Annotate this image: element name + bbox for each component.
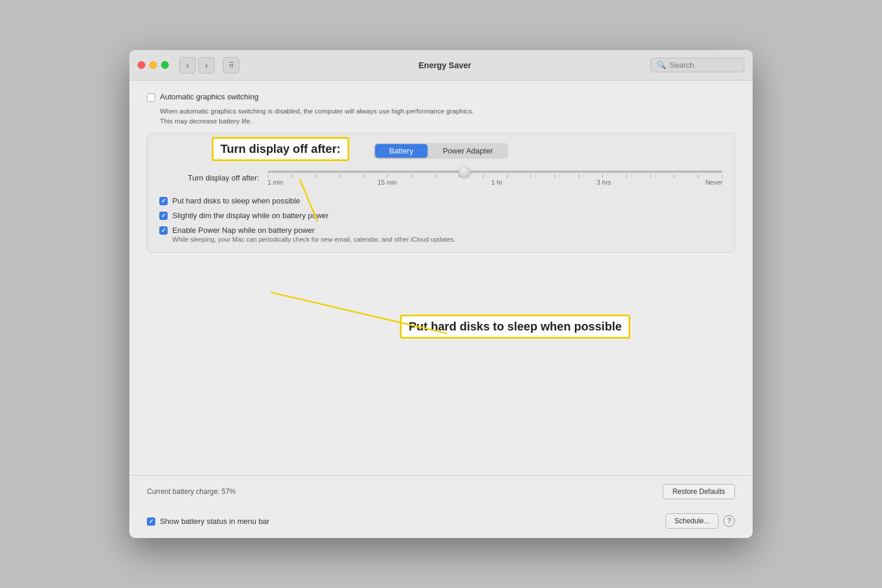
nav-buttons: ‹ › xyxy=(179,57,215,74)
segment-wrapper: Battery Power Adapter xyxy=(374,143,508,159)
slider-row: Turn display off after: 1 min 15 m xyxy=(159,171,723,186)
dim-display-checkbox[interactable] xyxy=(159,212,168,220)
power-nap-row: Enable Power Nap while on battery power … xyxy=(159,226,723,243)
grid-button[interactable]: ⠿ xyxy=(223,57,239,74)
schedule-button[interactable]: Schedule... xyxy=(666,513,719,529)
back-button[interactable]: ‹ xyxy=(179,57,196,74)
power-nap-label: Enable Power Nap while on battery power xyxy=(172,226,456,235)
battery-charge-text: Current battery charge: 57% xyxy=(147,487,236,496)
search-input[interactable] xyxy=(670,61,738,69)
energy-panel: Battery Power Adapter Turn display off a… xyxy=(147,133,735,253)
slider-labels: 1 min 15 min 1 hr 3 hrs Never xyxy=(268,179,723,186)
close-button[interactable] xyxy=(138,61,145,69)
power-nap-subtext: While sleeping, your Mac can periodicall… xyxy=(172,236,456,243)
restore-defaults-button[interactable]: Restore Defaults xyxy=(663,484,735,499)
tick-label-1hr: 1 hr xyxy=(492,179,503,186)
checkboxes: Put hard disks to sleep when possible Sl… xyxy=(159,196,723,243)
slider-container: 1 min 15 min 1 hr 3 hrs Never xyxy=(268,171,723,186)
power-nap-text-block: Enable Power Nap while on battery power … xyxy=(172,226,456,243)
search-box[interactable]: 🔍 xyxy=(650,58,744,72)
help-button[interactable]: ? xyxy=(723,515,735,527)
show-battery-label: Show battery status in menu bar xyxy=(160,517,269,526)
show-battery-checkbox[interactable] xyxy=(147,517,155,526)
power-nap-checkbox[interactable] xyxy=(159,226,168,235)
maximize-button[interactable] xyxy=(161,61,169,69)
auto-graphics-desc: When automatic graphics switching is dis… xyxy=(160,106,735,127)
svg-line-1 xyxy=(270,292,447,333)
traffic-lights xyxy=(138,61,169,69)
search-icon: 🔍 xyxy=(657,61,666,69)
slider-track xyxy=(268,171,723,173)
hard-disks-label: Put hard disks to sleep when possible xyxy=(172,196,300,205)
forward-button[interactable]: › xyxy=(198,57,215,74)
tick-label-3hrs: 3 hrs xyxy=(597,179,611,186)
window-title: Energy Saver xyxy=(245,61,644,70)
slider-ticks xyxy=(268,175,723,178)
tick-label-1min: 1 min xyxy=(268,179,283,186)
minimize-button[interactable] xyxy=(149,61,157,69)
bottom-bar: Current battery charge: 57% Restore Defa… xyxy=(129,475,753,507)
auto-graphics-checkbox[interactable] xyxy=(147,93,155,102)
slider-thumb[interactable] xyxy=(459,166,470,178)
tick-label-15min: 15 min xyxy=(377,179,397,186)
auto-graphics-label: Automatic graphics switching xyxy=(160,92,259,101)
hard-disks-checkbox[interactable] xyxy=(159,197,168,205)
auto-graphics-row: Automatic graphics switching xyxy=(147,92,735,102)
battery-tab[interactable]: Battery xyxy=(375,144,427,158)
titlebar: ‹ › ⠿ Energy Saver 🔍 xyxy=(129,50,753,81)
slider-label: Turn display off after: xyxy=(159,173,259,182)
dim-display-row: Slightly dim the display while on batter… xyxy=(159,211,723,220)
system-preferences-window: ‹ › ⠿ Energy Saver 🔍 Automatic graphics … xyxy=(129,50,753,538)
segmented-control: Battery Power Adapter xyxy=(159,143,723,159)
tick-label-never: Never xyxy=(706,179,723,186)
annotation-hard-disks: Put hard disks to sleep when possible xyxy=(400,315,630,339)
hard-disks-row: Put hard disks to sleep when possible xyxy=(159,196,723,205)
dim-display-label: Slightly dim the display while on batter… xyxy=(172,211,329,220)
power-adapter-tab[interactable]: Power Adapter xyxy=(429,144,507,158)
show-battery-row: Show battery status in menu bar Schedule… xyxy=(129,507,753,538)
main-content: Automatic graphics switching When automa… xyxy=(129,81,753,475)
show-battery-left: Show battery status in menu bar xyxy=(147,517,269,526)
show-battery-right: Schedule... ? xyxy=(666,513,735,529)
